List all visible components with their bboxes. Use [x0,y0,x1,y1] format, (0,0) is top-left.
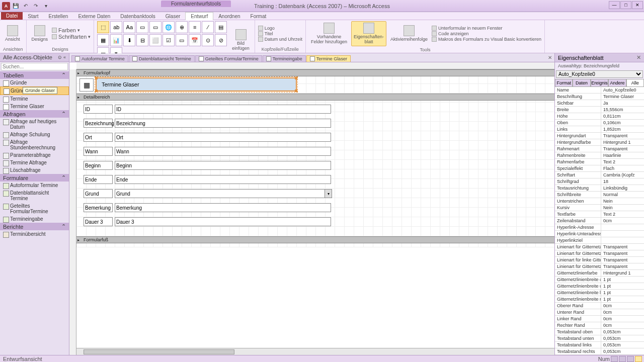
field-control-bemerkung[interactable]: Bemerkung [115,203,331,212]
nav-item-table[interactable]: Termine Glaser [0,103,69,110]
nav-item-table[interactable]: Gründe GlaserGründe Glaser [0,86,69,95]
property-row[interactable]: NameAuto_Kopfzeile0 [555,87,644,94]
field-label-id[interactable]: ID [84,105,113,114]
colors-button[interactable]: Farben ▾ [52,27,91,33]
property-row[interactable]: Gitternetzlinienbreite links1 pt [555,290,644,296]
design-view-button[interactable] [635,356,642,362]
tab-order-button[interactable]: Aktivierreihenfolge [388,24,430,43]
control-item-3[interactable]: ▭ [136,21,148,33]
control-item-12[interactable]: ⬇ [123,34,135,46]
property-row[interactable]: RahmenartTransparent [555,146,644,152]
property-row[interactable]: Oben0,106cm [555,120,644,126]
control-item-0[interactable]: ⬚ [97,21,109,33]
property-value[interactable]: 0cm [601,309,644,315]
datasheet-view-button[interactable] [619,356,626,362]
property-value[interactable]: Cambria (Kopfz [601,172,644,178]
property-value[interactable]: 0,053cm [601,335,644,341]
nav-item-query[interactable]: Abfrage Schulung [0,131,69,138]
property-value[interactable]: Transparent [601,244,644,250]
header-item-datum-und-uhrzeit[interactable]: Datum und Uhrzeit [258,37,302,42]
control-item-8[interactable]: ∕ [202,21,214,33]
field-label-beginn[interactable]: Beginn [84,161,113,170]
property-value[interactable]: 0,053cm [601,348,644,354]
property-value[interactable] [601,224,644,230]
control-item-6[interactable]: ⊕ [176,21,188,33]
close-document-icon[interactable]: ✕ [546,54,553,61]
property-value[interactable]: 0cm [601,322,644,328]
property-row[interactable]: Links1,852cm [555,126,644,133]
field-label-bezeichnung[interactable]: Bezeichnung [84,119,113,128]
property-value[interactable]: Transparent [601,257,644,263]
property-value[interactable]: 1 pt [601,277,644,283]
control-item-4[interactable]: ▭ [149,21,162,33]
section-form-header[interactable]: Formularkopf [76,69,554,76]
property-row[interactable]: Gitternetzlinienbreite oben1 pt [555,277,644,283]
horizontal-scrollbar[interactable] [76,348,554,355]
tools-item[interactable]: Code anzeigen [432,31,541,36]
form-title-label[interactable]: Termine Glaser [96,77,297,92]
nav-item-query[interactable]: Abfrage auf heutiges Datum [0,118,69,131]
property-value[interactable]: Nein [601,198,644,204]
ribbon-tab-format[interactable]: Format [246,13,272,20]
form-logo-placeholder[interactable]: ▦ [79,78,94,92]
property-value[interactable]: 1 pt [601,283,644,289]
ribbon-tab-start[interactable]: Start [23,13,43,20]
property-tab-daten[interactable]: Daten [573,79,590,86]
property-row[interactable]: Gitternetzlinienbreite unten1 pt [555,283,644,290]
property-row[interactable]: Hyperlinkziel [555,237,644,244]
property-value[interactable]: 18 [601,178,644,185]
ribbon-tab-anordnen[interactable]: Anordnen [213,13,245,20]
detail-body[interactable]: IDIDBezeichnungBezeichnungOrtOrtWannWann… [76,101,554,236]
property-row[interactable]: TextfarbeText 2 [555,211,644,218]
property-value[interactable]: 0,106cm [601,120,644,126]
property-row[interactable]: Oberer Rand0cm [555,303,644,309]
nav-category-queries[interactable]: Abfragen⌃ [0,110,69,118]
property-value[interactable]: Transparent [601,250,644,256]
search-input[interactable] [1,63,68,70]
field-label-wann[interactable]: Wann [84,147,113,156]
property-value[interactable]: Haarlinie [601,152,644,158]
control-item-9[interactable]: ▤ [215,21,227,33]
property-value[interactable]: Ja [601,100,644,106]
tools-item[interactable]: Makros des Formulars zu Visual Basic kon… [432,37,541,42]
property-row[interactable]: Höhe0,811cm [555,113,644,120]
property-value[interactable]: Transparent [601,263,644,269]
insert-image-button[interactable]: Bild einfügen [230,28,252,52]
property-row[interactable]: SchriftbreiteNormal [555,192,644,198]
field-control-grund[interactable]: Grund▾ [115,189,332,198]
themes-button[interactable]: Designs [30,24,50,43]
property-value[interactable]: Hintergrund 1 [601,139,644,145]
control-item-15[interactable]: ☑ [163,34,175,46]
property-value[interactable]: 1 pt [601,290,644,296]
property-value[interactable]: 1 pt [601,296,644,302]
property-row[interactable]: Linienart für Gitternetzlinien uTranspar… [555,250,644,257]
control-item-14[interactable]: ⬜ [149,34,162,46]
nav-item-form[interactable]: Datenblattansicht Termine [0,189,69,202]
property-value[interactable]: Auto_Kopfzeile0 [601,87,644,93]
property-tab-ereignis[interactable]: Ereignis [591,79,608,86]
form-header-body[interactable]: ▦ Termine Glaser [76,76,554,94]
control-item-19[interactable]: ⊘ [215,34,227,46]
property-value[interactable]: 15,556cm [601,107,644,113]
property-tab-format[interactable]: Format [555,79,573,86]
property-row[interactable]: UnterstrichenNein [555,198,644,205]
property-row[interactable]: SichtbarJa [555,100,644,107]
control-item-7[interactable]: ≡ [189,21,201,33]
nav-item-query[interactable]: Abfrage Stundenberechnung [0,138,69,151]
nav-item-query[interactable]: Löschabfrage [0,166,69,174]
minimize-button[interactable]: — [609,1,620,9]
close-property-sheet-icon[interactable]: ✕ [636,54,641,61]
property-value[interactable]: Transparent [601,146,644,152]
section-detail[interactable]: Detailbereich [76,94,554,101]
document-tab[interactable]: Termine Glaser [306,55,351,62]
property-row[interactable]: HintergrundfarbeHintergrund 1 [555,139,644,146]
nav-header[interactable]: Alle Access-Objekte ⊙ « [0,53,69,62]
property-value[interactable]: Text 2 [601,211,644,217]
property-value[interactable]: 0cm [601,303,644,309]
property-row[interactable]: SpezialeffektFlach [555,165,644,172]
property-row[interactable]: Linker Rand0cm [555,316,644,322]
property-row[interactable]: Textabstand links0,053cm [555,342,644,348]
ribbon-tab-glaser[interactable]: Glaser [160,13,185,20]
control-item-16[interactable]: ▭ [176,34,188,46]
property-value[interactable]: 0,053cm [601,342,644,348]
